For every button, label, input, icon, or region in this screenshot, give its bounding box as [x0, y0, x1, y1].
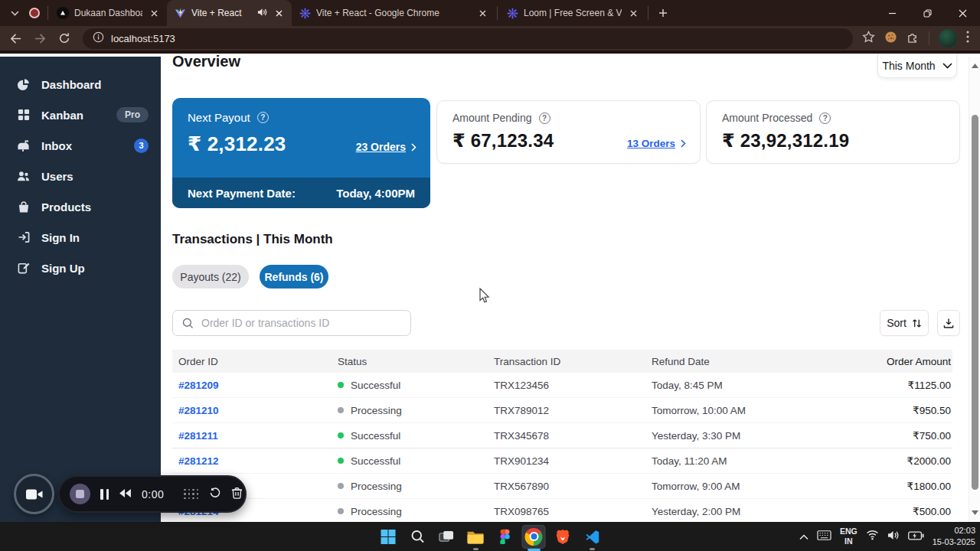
hidden-icons-chevron[interactable]: [799, 530, 808, 543]
sign-up-icon: [17, 262, 30, 275]
sidebar-item-inbox[interactable]: Inbox 3: [0, 130, 161, 161]
order-id-link[interactable]: #281211: [172, 430, 332, 442]
sidebar-item-label: Sign In: [41, 231, 80, 244]
sidebar-item-dashboard[interactable]: Dashboard: [0, 69, 161, 99]
download-button[interactable]: [937, 310, 960, 336]
brave-icon[interactable]: [551, 525, 575, 549]
scrollbar-thumb[interactable]: [972, 115, 978, 490]
order-id-link[interactable]: #281210: [172, 405, 332, 416]
sidebar-item-sign-up[interactable]: Sign Up: [0, 253, 161, 283]
table-row[interactable]: #281211 Successful TRX345678 Yesterday, …: [172, 423, 952, 448]
order-id-link[interactable]: #281212: [172, 455, 332, 467]
back-button[interactable]: [6, 29, 24, 47]
col-status: Status: [332, 356, 488, 367]
close-window-button[interactable]: [945, 0, 980, 26]
status-dot: [338, 508, 344, 514]
recording-controls[interactable]: 0:00: [58, 475, 247, 513]
refund-date-cell: Today, 11:20 AM: [645, 455, 861, 467]
language-indicator[interactable]: ENG IN: [840, 527, 858, 546]
close-tab-icon[interactable]: [148, 7, 160, 19]
tab-audio-icon[interactable]: [257, 8, 267, 19]
help-icon[interactable]: ?: [539, 112, 550, 124]
bookmark-star-icon[interactable]: [862, 31, 875, 46]
inbox-count-badge: 3: [134, 139, 149, 153]
search-taskbar-icon[interactable]: [406, 525, 430, 549]
tab-refunds[interactable]: Refunds (6): [260, 265, 328, 289]
stop-recording-button[interactable]: [70, 484, 90, 504]
sidebar-item-sign-in[interactable]: Sign In: [0, 222, 161, 253]
delete-recording-button[interactable]: [231, 487, 243, 502]
pause-button[interactable]: [100, 489, 109, 500]
restore-button[interactable]: [910, 0, 945, 26]
transaction-id-cell: TRX098765: [488, 506, 645, 517]
tab-payouts[interactable]: Payouts (22): [172, 265, 249, 289]
refund-date-cell: Tomorrow, 9:00 AM: [645, 481, 861, 492]
cookie-extension-icon[interactable]: [884, 31, 897, 47]
vscode-icon[interactable]: [580, 525, 604, 549]
tab-vite-react[interactable]: Vite + React: [167, 0, 292, 26]
sidebar-item-kanban[interactable]: Kanban Pro: [0, 99, 161, 130]
profile-avatar[interactable]: [939, 29, 957, 47]
help-icon[interactable]: ?: [819, 112, 831, 124]
transaction-id-cell: TRX901234: [488, 455, 645, 467]
table-row[interactable]: #281210 Processing TRX789012 Tomorrow, 1…: [172, 398, 952, 423]
next-payment-date-bar: Next Payment Date: Today, 4:00PM: [172, 178, 430, 208]
address-bar[interactable]: localhost:5173: [83, 28, 853, 49]
table-row[interactable]: #281213 Processing TRX567890 Tomorrow, 9…: [172, 474, 952, 499]
tab-search-button[interactable]: [5, 3, 24, 23]
amount-pending-amount: ₹ 67,123.34: [452, 130, 554, 152]
url-text: localhost:5173: [111, 33, 175, 44]
wifi-icon[interactable]: [866, 530, 879, 543]
close-tab-icon[interactable]: [273, 7, 285, 19]
sidebar-item-products[interactable]: Products: [0, 191, 161, 222]
site-info-icon[interactable]: [93, 31, 104, 45]
help-icon[interactable]: ?: [257, 112, 269, 123]
period-label: This Month: [882, 60, 935, 72]
scroll-up-arrow[interactable]: [969, 60, 980, 72]
toolbar-divider: [929, 31, 929, 45]
close-tab-icon[interactable]: [627, 7, 639, 19]
task-view-icon[interactable]: [435, 525, 459, 549]
next-payout-orders-link[interactable]: 23 Orders: [356, 141, 416, 153]
rewind-button[interactable]: [119, 487, 132, 501]
card-label: Next Payout ?: [188, 111, 269, 124]
touch-keyboard-icon[interactable]: [817, 530, 831, 543]
start-button[interactable]: [377, 525, 400, 549]
table-row[interactable]: #281212 Successful TRX901234 Today, 11:2…: [172, 448, 952, 474]
reload-button[interactable]: [55, 29, 74, 47]
forward-button[interactable]: [31, 29, 49, 47]
tab-loom[interactable]: Loom | Free Screen & Video Re: [499, 0, 646, 26]
status-cell: Successful: [332, 380, 488, 391]
tab-vite-react-chrome[interactable]: Vite + React - Google Chrome: [292, 0, 495, 26]
figma-icon[interactable]: [493, 525, 517, 549]
extensions-puzzle-icon[interactable]: [906, 31, 920, 47]
scroll-down-arrow[interactable]: [969, 507, 980, 519]
search-box[interactable]: [172, 310, 411, 336]
page-scrollbar[interactable]: [969, 57, 980, 522]
chrome-taskbar-icon[interactable]: [522, 525, 546, 549]
menu-dots-icon[interactable]: [966, 31, 969, 46]
battery-icon[interactable]: [908, 530, 924, 543]
taskbar-clock[interactable]: 02:03 15-03-2025: [933, 525, 975, 548]
table-header: Order ID Status Transaction ID Refund Da…: [172, 350, 952, 373]
minimize-button[interactable]: [874, 0, 910, 26]
status-cell: Successful: [332, 430, 488, 442]
sidebar-item-label: Products: [41, 201, 91, 214]
sidebar-item-label: Users: [41, 170, 74, 183]
file-explorer-icon[interactable]: [464, 525, 488, 549]
new-tab-button[interactable]: [653, 3, 673, 23]
drag-handle[interactable]: [184, 489, 199, 500]
volume-icon[interactable]: [887, 530, 900, 543]
table-row[interactable]: #281214 Processing TRX098765 Yesterday, …: [172, 499, 952, 524]
search-input[interactable]: [201, 317, 401, 329]
sort-button[interactable]: Sort: [880, 310, 929, 336]
tab-dukaan-dashboard[interactable]: Dukaan Dashboard by Bigyan P: [50, 0, 167, 26]
restart-recording-button[interactable]: [209, 487, 221, 502]
period-selector[interactable]: This Month: [877, 54, 957, 78]
amount-pending-orders-link[interactable]: 13 Orders: [627, 138, 686, 149]
order-id-link[interactable]: #281209: [172, 380, 332, 391]
sidebar-item-users[interactable]: Users: [0, 161, 161, 191]
camera-bubble[interactable]: [14, 474, 54, 514]
close-tab-icon[interactable]: [476, 7, 488, 19]
table-row[interactable]: #281209 Successful TRX123456 Today, 8:45…: [172, 373, 952, 398]
